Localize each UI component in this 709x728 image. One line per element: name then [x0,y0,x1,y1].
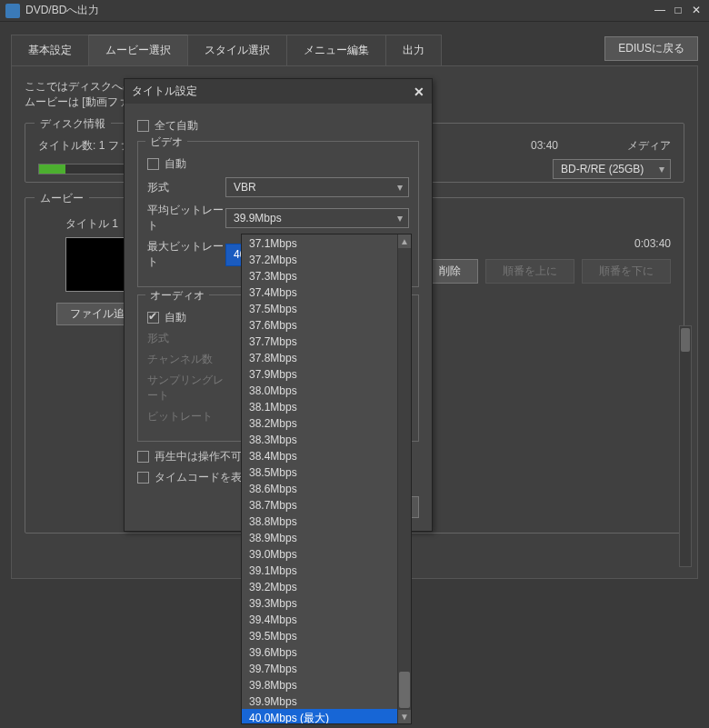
avg-bitrate-label: 平均ビットレート [147,203,225,234]
dropdown-item[interactable]: 37.1Mbps [242,234,397,251]
media-label: メディア [627,138,671,154]
dropdown-item[interactable]: 38.4Mbps [242,447,397,464]
tab-style-select[interactable]: スタイル選択 [187,35,287,65]
video-auto-label: 自動 [165,156,186,172]
scroll-up-arrow-icon[interactable]: ▲ [398,234,411,248]
tab-basic-settings[interactable]: 基本設定 [11,35,89,65]
show-timecode-checkbox[interactable] [137,472,149,484]
minimize-button[interactable]: — [653,5,667,17]
title-count-label: タイトル数: 1 ファ [38,138,130,154]
max-bitrate-dropdown[interactable]: 37.1Mbps37.2Mbps37.3Mbps37.4Mbps37.5Mbps… [241,234,412,724]
sampling-rate-label: サンプリングレート [147,373,225,404]
dropdown-item[interactable]: 39.6Mbps [242,643,397,660]
all-auto-label: 全て自動 [155,118,198,134]
dropdown-item[interactable]: 38.6Mbps [242,480,397,496]
dropdown-item[interactable]: 37.8Mbps [242,349,397,365]
close-window-button[interactable]: ✕ [689,5,704,17]
dropdown-item[interactable]: 37.9Mbps [242,365,397,382]
dialog-title: タイトル設定 [132,84,197,99]
dropdown-item[interactable]: 39.2Mbps [242,578,397,594]
dropdown-item[interactable]: 40.0Mbps (最大) [242,709,397,723]
window-title: DVD/BDへ出力 [25,3,653,18]
dropdown-item[interactable]: 38.0Mbps [242,382,397,398]
audio-group-title: オーディオ [145,288,209,304]
video-auto-checkbox[interactable] [147,158,159,170]
dropdown-scroll-thumb[interactable] [399,672,410,708]
disc-usage-bar [38,164,129,175]
media-select[interactable]: BD-R/RE (25GB) [553,159,671,179]
scroll-down-arrow-icon[interactable]: ▼ [398,710,411,723]
dropdown-item[interactable]: 38.8Mbps [242,513,397,529]
dropdown-item[interactable]: 38.1Mbps [242,398,397,414]
return-to-edius-button[interactable]: EDIUSに戻る [604,36,698,61]
avg-bitrate-combo[interactable]: 39.9Mbps [225,208,409,228]
audio-bitrate-label: ビットレート [147,409,225,424]
tab-menu-edit[interactable]: メニュー編集 [286,35,386,65]
dropdown-item[interactable]: 39.7Mbps [242,660,397,676]
dropdown-item[interactable]: 39.3Mbps [242,594,397,611]
dropdown-item[interactable]: 37.3Mbps [242,267,397,284]
disc-info-title: ディスク情報 [35,116,111,132]
dropdown-item[interactable]: 39.0Mbps [242,545,397,562]
move-down-button: 順番を下に [582,259,671,284]
dropdown-item[interactable]: 37.7Mbps [242,333,397,349]
video-group-title: ビデオ [145,135,187,150]
dropdown-item[interactable]: 38.9Mbps [242,529,397,545]
scrollbar-thumb[interactable] [681,328,690,352]
tab-movie-select[interactable]: ムービー選択 [88,35,188,65]
dropdown-item[interactable]: 38.3Mbps [242,431,397,447]
dialog-close-button[interactable]: ✕ [414,85,424,99]
dropdown-item[interactable]: 39.1Mbps [242,562,397,578]
no-operation-label: 再生中は操作不可 [155,449,242,464]
dropdown-item[interactable]: 39.9Mbps [242,693,397,709]
no-operation-during-playback-checkbox[interactable] [137,451,149,463]
dropdown-item[interactable]: 38.7Mbps [242,496,397,513]
video-format-combo[interactable]: VBR [225,177,409,197]
audio-auto-label: 自動 [165,310,186,325]
video-format-label: 形式 [147,180,225,195]
dropdown-scrollbar[interactable]: ▲ ▼ [397,234,411,723]
dropdown-item[interactable]: 37.5Mbps [242,300,397,316]
main-tabs: 基本設定 ムービー選択 スタイル選択 メニュー編集 出力 EDIUSに戻る [0,22,709,65]
move-up-button: 順番を上に [485,259,574,284]
movie-duration: 0:03:40 [634,237,671,250]
dropdown-item[interactable]: 39.5Mbps [242,627,397,643]
dropdown-item[interactable]: 39.4Mbps [242,611,397,627]
dropdown-item[interactable]: 37.2Mbps [242,251,397,267]
audio-format-label: 形式 [147,331,225,346]
max-bitrate-label: 最大ビットレート [147,239,225,270]
dropdown-item[interactable]: 39.8Mbps [242,676,397,693]
movie-group-title: ムービー [35,191,89,206]
dropdown-item[interactable]: 38.2Mbps [242,414,397,431]
all-auto-checkbox[interactable] [137,120,149,132]
dialog-titlebar: タイトル設定 ✕ [125,79,432,104]
dropdown-item[interactable]: 37.6Mbps [242,316,397,333]
audio-auto-checkbox[interactable] [147,312,159,324]
app-logo-icon [5,4,20,18]
show-timecode-label: タイムコードを表示 [155,470,253,485]
maximize-button[interactable]: □ [671,5,685,17]
dropdown-item[interactable]: 37.4Mbps [242,284,397,300]
disc-time: 03:40 [531,139,558,152]
panel-scrollbar[interactable] [679,325,692,567]
channels-label: チャンネル数 [147,352,225,367]
dropdown-item[interactable]: 38.5Mbps [242,464,397,480]
tab-output[interactable]: 出力 [385,35,442,65]
window-titlebar: DVD/BDへ出力 — □ ✕ [0,0,709,22]
